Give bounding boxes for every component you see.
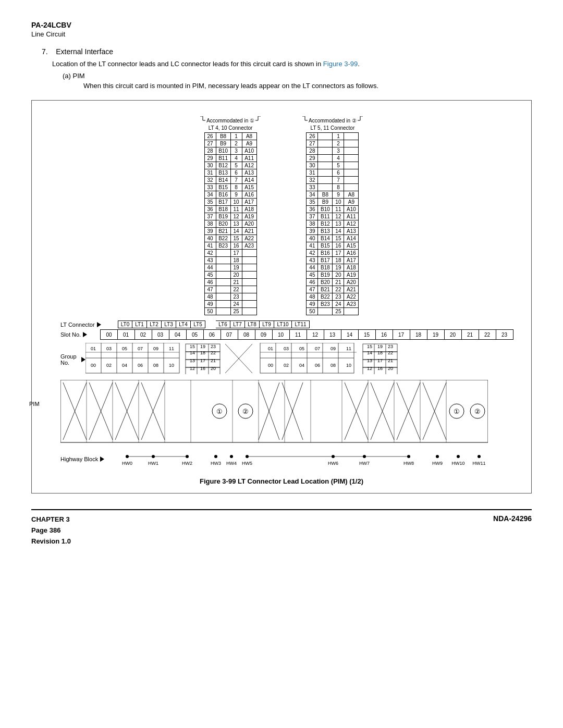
slot-cell-14: 14 bbox=[341, 329, 359, 340]
svg-text:03: 03 bbox=[284, 346, 289, 351]
svg-text:HW1: HW1 bbox=[148, 461, 158, 466]
chapter-label: CHAPTER 3 bbox=[31, 514, 71, 525]
svg-text:12: 12 bbox=[367, 366, 372, 371]
svg-text:19: 19 bbox=[200, 344, 205, 349]
svg-text:HW3: HW3 bbox=[211, 461, 221, 466]
svg-text:00: 00 bbox=[91, 363, 96, 368]
svg-text:HW0: HW0 bbox=[122, 461, 132, 466]
figure-reference[interactable]: Figure 3-99 bbox=[323, 60, 358, 68]
conn2-accom-text: Accommodated in ② bbox=[309, 118, 357, 124]
svg-text:①: ① bbox=[454, 408, 460, 415]
slot-cells: 0001020304050607080910111213141516171819… bbox=[100, 329, 513, 340]
svg-text:HW9: HW9 bbox=[432, 461, 443, 466]
slot-cell-13: 13 bbox=[324, 329, 341, 340]
svg-text:①: ① bbox=[216, 408, 223, 415]
slot-cell-09: 09 bbox=[255, 329, 273, 340]
svg-text:08: 08 bbox=[331, 363, 336, 368]
revision-label: Revision 1.0 bbox=[31, 536, 71, 547]
pim-side-label: PIM bbox=[29, 401, 40, 407]
document: PA-24LCBV Line Circuit 7. External Inter… bbox=[31, 21, 532, 547]
svg-text:19: 19 bbox=[377, 344, 383, 349]
lt-arrow-icon bbox=[97, 322, 101, 327]
section-description: Location of the LT connector leads and L… bbox=[52, 60, 532, 68]
svg-point-156 bbox=[436, 455, 439, 458]
slot-cell-23: 23 bbox=[496, 329, 513, 340]
slot-cell-01: 01 bbox=[117, 329, 135, 340]
slot-cell-00: 00 bbox=[100, 329, 118, 340]
section-subtitle: Line Circuit bbox=[31, 30, 532, 38]
footer-right: NDA-24296 bbox=[493, 514, 532, 523]
doc-number: NDA-24296 bbox=[493, 514, 532, 523]
svg-rect-90 bbox=[60, 380, 488, 442]
slot-cell-17: 17 bbox=[393, 329, 410, 340]
svg-text:09: 09 bbox=[331, 346, 336, 351]
group-no-label: Group No. bbox=[60, 353, 85, 366]
svg-text:HW2: HW2 bbox=[182, 461, 192, 466]
svg-text:07: 07 bbox=[315, 346, 320, 351]
slot-cell-18: 18 bbox=[410, 329, 427, 340]
lt10-label: LT10 bbox=[274, 320, 292, 328]
svg-text:23: 23 bbox=[388, 344, 393, 349]
svg-text:06: 06 bbox=[138, 363, 143, 368]
svg-point-160 bbox=[478, 455, 481, 458]
page-label: Page 386 bbox=[31, 525, 71, 536]
slot-cell-05: 05 bbox=[186, 329, 204, 340]
svg-text:11: 11 bbox=[169, 346, 174, 351]
svg-text:03: 03 bbox=[106, 346, 112, 351]
svg-text:21: 21 bbox=[388, 358, 393, 363]
conn1-lt-label: LT 4, 10 Connector bbox=[209, 125, 253, 131]
slot-cell-22: 22 bbox=[479, 329, 496, 340]
slot-cell-10: 10 bbox=[272, 329, 290, 340]
highway-svg: HW0 HW1 HW2 HW3 HW4 bbox=[114, 451, 513, 467]
lt7-label: LT7 bbox=[230, 320, 245, 328]
lt3-label: LT3 bbox=[162, 320, 176, 328]
svg-text:HW7: HW7 bbox=[359, 461, 370, 466]
connector-2-group: Accommodated in ② LT 5, 11 Connector 261… bbox=[302, 116, 363, 315]
svg-text:05: 05 bbox=[299, 346, 304, 351]
lt5-label: LT5 bbox=[191, 320, 205, 328]
highway-block-label: Highway Block bbox=[60, 456, 114, 462]
figure-box: Accommodated in ① LT 4, 10 Connector 26B… bbox=[31, 100, 532, 493]
slot-cell-03: 03 bbox=[152, 329, 169, 340]
svg-text:HW5: HW5 bbox=[242, 461, 252, 466]
svg-text:01: 01 bbox=[91, 346, 96, 351]
svg-text:04: 04 bbox=[299, 363, 304, 368]
svg-text:11: 11 bbox=[346, 346, 351, 351]
svg-text:20: 20 bbox=[211, 366, 216, 371]
svg-text:09: 09 bbox=[153, 346, 158, 351]
group-grid-area: 01 03 05 07 09 11 15 19 23 bbox=[85, 343, 513, 376]
svg-text:16: 16 bbox=[200, 366, 205, 371]
conn1-accom-text: Accommodated in ① bbox=[206, 118, 254, 124]
conn1-accom-header: Accommodated in ① bbox=[200, 116, 261, 125]
svg-text:HW6: HW6 bbox=[328, 461, 338, 466]
slot-cell-16: 16 bbox=[375, 329, 393, 340]
svg-text:01: 01 bbox=[268, 346, 273, 351]
svg-text:18: 18 bbox=[200, 350, 205, 355]
svg-text:02: 02 bbox=[284, 363, 289, 368]
figure-caption: Figure 3-99 LT Connector Lead Location (… bbox=[40, 477, 523, 485]
lt6-label: LT6 bbox=[216, 320, 230, 328]
svg-text:15: 15 bbox=[190, 344, 195, 349]
lt0-label: LT0 bbox=[118, 320, 132, 328]
svg-text:②: ② bbox=[474, 408, 481, 415]
group-arrow-icon bbox=[81, 357, 85, 362]
lt-connector-label: LT Connector bbox=[60, 322, 118, 328]
slot-cell-04: 04 bbox=[169, 329, 187, 340]
conn2-lt-label: LT 5, 11 Connector bbox=[311, 125, 355, 131]
lt2-label: LT2 bbox=[147, 320, 162, 328]
svg-text:12: 12 bbox=[190, 366, 195, 371]
header: PA-24LCBV Line Circuit bbox=[31, 21, 532, 38]
svg-text:02: 02 bbox=[106, 363, 112, 368]
svg-point-158 bbox=[457, 455, 460, 458]
svg-text:13: 13 bbox=[367, 358, 372, 363]
conn2-accom-header: Accommodated in ② bbox=[302, 116, 363, 125]
connector-1-group: Accommodated in ① LT 4, 10 Connector 26B… bbox=[200, 116, 261, 315]
svg-text:14: 14 bbox=[367, 350, 372, 355]
svg-text:08: 08 bbox=[153, 363, 158, 368]
svg-text:HW4: HW4 bbox=[226, 461, 237, 466]
svg-text:HW11: HW11 bbox=[472, 461, 485, 466]
svg-text:00: 00 bbox=[268, 363, 273, 368]
conn1-table: 26B81A827B92A928B103A1029B114A1130B125A1… bbox=[204, 132, 257, 315]
section-number: 7. External Interface bbox=[42, 47, 532, 56]
sub-section-a: (a) PIM bbox=[63, 72, 532, 80]
